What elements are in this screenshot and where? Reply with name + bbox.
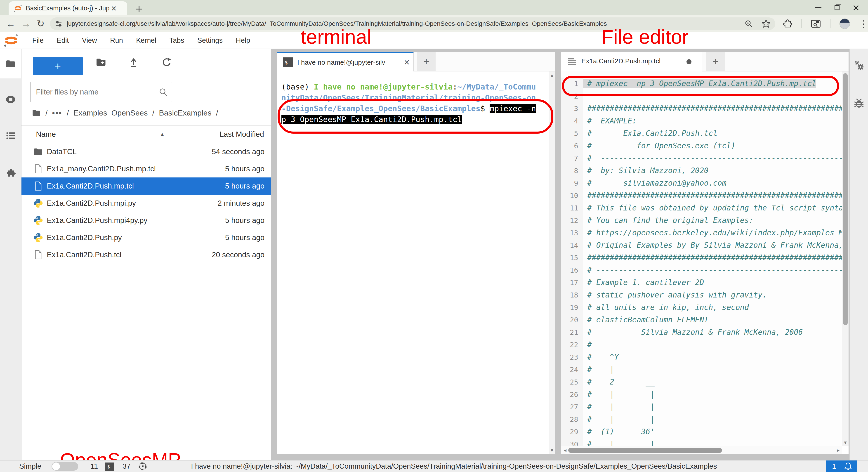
sidebar-tab-running[interactable] [0,85,21,114]
window-minimize-icon[interactable] [815,7,822,8]
new-folder-icon[interactable] [96,57,106,68]
table-row[interactable]: Ex1a.Canti2D.Push.py5 hours ago [22,229,271,246]
screen-search-icon[interactable] [811,19,821,29]
site-settings-icon[interactable] [55,20,63,28]
menu-item-tabs[interactable]: Tabs [163,32,191,49]
file-name: Ex1a.Canti2D.Push.mpi.py [47,195,136,212]
property-inspector-gears-icon[interactable] [853,60,865,72]
filter-files-input[interactable] [31,88,159,96]
code-line: 25# 2 __ [561,376,842,388]
jupyter-favicon-icon [13,4,22,12]
breadcrumb: / ••• / Examples_OpenSees / BasicExample… [32,106,218,120]
sort-ascending-icon[interactable]: ▲ [160,126,165,143]
terminal-line: -DesignSafe/Examples_OpenSees/BasicExamp… [281,104,536,113]
column-header-name[interactable]: Name [36,126,56,143]
table-row[interactable]: DataTCL54 seconds ago [22,143,271,160]
editor-horizontal-scrollbar[interactable]: ◄ ► [561,446,842,454]
extensions-puzzle-icon[interactable] [782,19,792,29]
editor-tab[interactable]: Ex1a.Canti2D.Push.mp.tcl [561,52,702,71]
breadcrumb-ellipsis[interactable]: ••• [52,108,62,117]
line-number: 30 [561,438,583,446]
sidebar-tab-table-of-contents[interactable] [0,121,21,150]
table-row[interactable]: Ex1a.Canti2D.Push.tcl20 seconds ago [22,246,271,263]
terminal-command-line: p 3 OpenSeesMP Ex1a.Canti2D.Push.mp.tcl [281,115,462,124]
reload-icon[interactable]: ↻ [37,18,44,29]
browser-tab[interactable]: BasicExamples (auto-j) - Jupyter × [8,1,127,15]
browser-new-tab-button[interactable]: + [135,2,143,16]
code-editor[interactable]: 1# mpiexec -np 3 OpenSeesMP Ex1a.Canti2D… [561,71,842,446]
new-tab-button[interactable]: + [417,52,436,71]
notification-badge[interactable]: 1 [826,461,857,472]
forward-icon[interactable]: → [21,18,31,29]
file-name: DataTCL [47,143,76,160]
column-divider [181,127,181,142]
file-modified-time: 5 hours ago [225,212,265,229]
table-row[interactable]: Ex1a.Canti2D.Push.mpi.py2 minutes ago [22,195,271,212]
menu-item-help[interactable]: Help [229,32,257,49]
zoom-icon[interactable] [744,19,753,28]
new-launcher-button[interactable]: + [33,57,83,75]
line-number: 1 [561,77,583,90]
python-icon [33,215,43,225]
home-folder-icon[interactable] [32,108,41,117]
editor-vertical-scrollbar[interactable]: ▼ [842,71,848,446]
file-name: Ex1a.Canti2D.Push.py [47,229,122,246]
main-dock-area: + / ••• [0,49,868,460]
profile-avatar[interactable] [839,19,850,29]
file-modified-time: 5 hours ago [225,178,265,195]
breadcrumb-separator: / [45,108,48,117]
table-row[interactable]: Ex1a_many.Canti2D.Push.mp.tcl5 hours ago [22,160,271,178]
code-text: # You can find the original Examples: [583,216,753,225]
filter-files-box[interactable] [31,82,172,102]
file-editor-panel: Ex1a.Canti2D.Push.mp.tcl + 1# mpiexec -n… [561,52,848,454]
upload-icon[interactable] [128,57,139,68]
code-text [583,92,587,100]
table-row[interactable]: Ex1a.Canti2D.Push.mp.tcl5 hours ago [22,178,271,195]
kernel-count: 37 [123,461,131,472]
session-path: I have no name!@jupyter-silvia: ~/MyData… [191,461,717,472]
breadcrumb-item[interactable]: Examples_OpenSees [73,108,148,117]
browser-tab-close-icon[interactable]: × [111,4,116,13]
menu-item-file[interactable]: File [26,32,50,49]
line-number: 27 [561,401,583,413]
line-number: 29 [561,426,583,438]
menu-item-run[interactable]: Run [103,32,129,49]
notification-count: 1 [832,461,836,472]
refresh-icon[interactable] [161,57,172,68]
terminal-output[interactable]: (base) I have no name!@jupyter-silvia:~/… [277,71,549,454]
terminal-tab-close-icon[interactable]: × [404,53,410,71]
scrollbar-thumb[interactable] [568,448,722,453]
menu-item-kernel[interactable]: Kernel [129,32,163,49]
code-text: # | | [583,415,655,423]
simple-mode-toggle[interactable] [52,462,78,471]
code-text: # EXAMPLE: [583,117,637,125]
file-list-header[interactable]: Name ▲ Last Modified [22,125,271,143]
bookmark-star-icon[interactable] [761,19,771,29]
scrollbar-thumb[interactable] [843,73,848,325]
new-tab-button[interactable]: + [706,52,725,71]
menu-item-settings[interactable]: Settings [191,32,229,49]
browser-menu-icon[interactable]: ⋮ [859,19,868,29]
right-activity-bar [849,49,868,460]
breadcrumb-item[interactable]: BasicExamples [159,108,211,117]
code-line: 2 [561,90,842,102]
debugger-bug-icon[interactable] [853,97,865,109]
terminal-tab[interactable]: $_ I have no name!@jupyter-silv × [277,52,414,71]
annotation-openseesmp-label: OpenSeesMP [60,449,181,460]
left-activity-bar [0,49,22,460]
column-header-last-modified[interactable]: Last Modified [220,126,264,143]
sidebar-tab-extensions[interactable] [0,158,21,187]
back-icon[interactable]: ← [6,18,16,29]
window-close-icon[interactable]: × [852,3,860,12]
menu-item-edit[interactable]: Edit [50,32,75,49]
line-number: 19 [561,301,583,314]
sidebar-tab-file-browser[interactable] [0,49,21,78]
code-line: 8# by: Silvia Mazzoni, 2020 [561,164,842,177]
window-restore-icon[interactable] [835,5,839,10]
terminal-scrollbar[interactable]: ▲▼ [549,71,555,454]
table-row[interactable]: Ex1a.Canti2D.Push.mpi4py.py5 hours ago [22,212,271,229]
terminal-icon: $_ [105,463,114,471]
menu-item-view[interactable]: View [75,32,103,49]
code-line: 26# | | [561,388,842,401]
line-number: 25 [561,376,583,388]
